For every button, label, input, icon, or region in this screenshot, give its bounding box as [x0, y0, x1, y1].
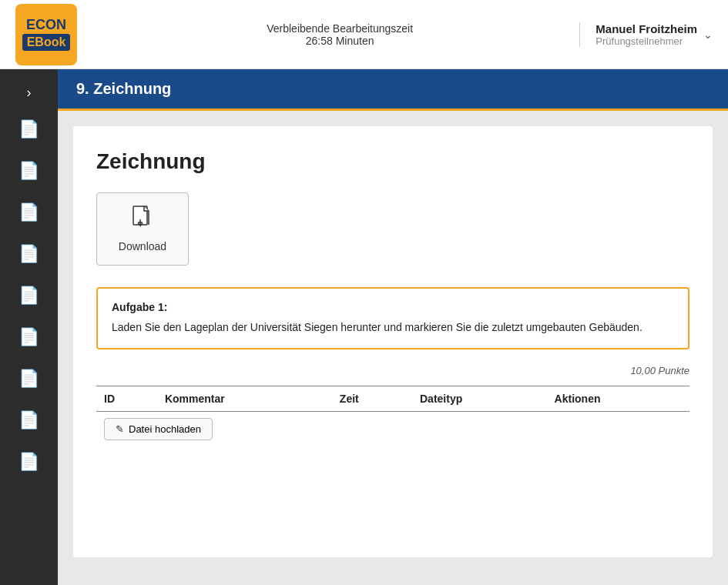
app-layout: › 📄 📄 📄 📄 📄 📄 📄 📄 📄: [0, 69, 728, 585]
sidebar-toggle[interactable]: ›: [0, 77, 58, 108]
main-content: 9. Zeichnung Zeichnung: [58, 69, 728, 585]
user-role: Prüfungsteilnehmer: [595, 35, 697, 47]
points-row: 10,00 Punkte: [96, 365, 689, 376]
col-header-zeit: Zeit: [332, 386, 412, 412]
col-header-aktionen: Aktionen: [547, 386, 689, 412]
sidebar-item-9[interactable]: 📄: [0, 442, 58, 482]
upload-icon: ✎: [116, 423, 124, 435]
page-icon-2: 📄: [18, 161, 39, 181]
app-header: ECON EBook Verbleibende Bearbeitungszeit…: [0, 0, 728, 69]
table-header-row: ID Kommentar Zeit Dateityp Aktionen: [96, 386, 689, 412]
user-name: Manuel Froitzheim: [595, 22, 697, 35]
user-info: Manuel Froitzheim Prüfungsteilnehmer: [595, 22, 697, 47]
page-icon-5: 📄: [18, 286, 39, 306]
page-icon-4: 📄: [18, 244, 39, 264]
sidebar-toggle-icon: ›: [27, 85, 32, 101]
upload-action-row: ✎ Datei hochladen: [96, 412, 689, 447]
download-label: Download: [119, 240, 166, 252]
upload-label: Datei hochladen: [129, 423, 201, 435]
download-button[interactable]: Download: [96, 192, 189, 266]
sidebar-item-6[interactable]: 📄: [0, 317, 58, 357]
download-file-icon: [132, 206, 153, 236]
col-header-dateityp: Dateityp: [412, 386, 547, 412]
col-header-id: ID: [96, 386, 157, 412]
points-value: 10,00 Punkte: [630, 365, 689, 376]
card-title: Zeichnung: [96, 149, 689, 174]
timer-value: 26:58 Minuten: [306, 35, 374, 47]
sidebar-item-8[interactable]: 📄: [0, 400, 58, 440]
sidebar-item-3[interactable]: 📄: [0, 192, 58, 232]
page-icon-7: 📄: [18, 369, 39, 389]
timer-label: Verbleibende Bearbeitungszeit: [267, 22, 413, 35]
sidebar-item-5[interactable]: 📄: [0, 276, 58, 316]
logo-ebook-text: EBook: [22, 34, 71, 51]
sidebar-item-4[interactable]: 📄: [0, 234, 58, 274]
sidebar-item-2[interactable]: 📄: [0, 151, 58, 191]
page-icon-8: 📄: [18, 410, 39, 430]
logo-econ-text: ECON: [26, 18, 66, 33]
upload-cell: ✎ Datei hochladen: [96, 412, 689, 447]
content-area: Zeichnung Download: [58, 111, 728, 585]
task-box: Aufgabe 1: Laden Sie den Lageplan der Un…: [96, 287, 689, 349]
upload-button[interactable]: ✎ Datei hochladen: [104, 418, 213, 440]
task-text: Laden Sie den Lageplan der Universität S…: [112, 319, 674, 336]
section-title: 9. Zeichnung: [76, 80, 710, 98]
sidebar: › 📄 📄 📄 📄 📄 📄 📄 📄 📄: [0, 69, 58, 585]
col-header-kommentar: Kommentar: [157, 386, 332, 412]
header-user-section: Manuel Froitzheim Prüfungsteilnehmer ⌄: [579, 22, 713, 47]
page-icon-9: 📄: [18, 452, 39, 472]
section-header: 9. Zeichnung: [58, 69, 728, 111]
header-timer-section: Verbleibende Bearbeitungszeit 26:58 Minu…: [100, 22, 579, 47]
upload-table: ID Kommentar Zeit Dateityp Aktionen ✎: [96, 386, 689, 446]
user-menu-chevron[interactable]: ⌄: [703, 28, 713, 41]
page-icon-1: 📄: [18, 119, 39, 139]
sidebar-item-1[interactable]: 📄: [0, 109, 58, 149]
page-icon-6: 📄: [18, 327, 39, 347]
main-card: Zeichnung Download: [73, 126, 713, 557]
page-icon-3: 📄: [18, 202, 39, 222]
logo: ECON EBook: [15, 4, 77, 65]
sidebar-item-7[interactable]: 📄: [0, 359, 58, 399]
task-title: Aufgabe 1:: [112, 301, 674, 313]
